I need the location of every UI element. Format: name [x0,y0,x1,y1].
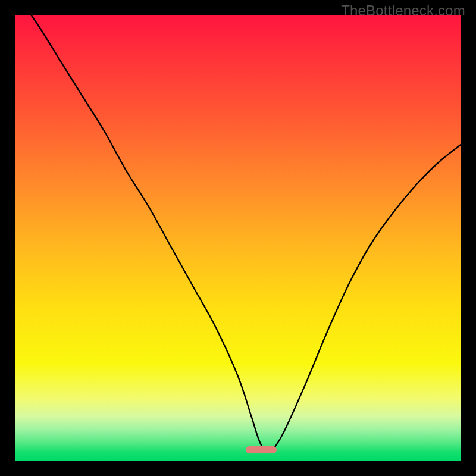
optimum-marker [246,446,277,453]
plot-area [15,15,461,461]
watermark-text: TheBottleneck.com [341,2,465,19]
chart-frame: TheBottleneck.com [0,0,476,476]
bottleneck-curve-svg [15,15,461,461]
bottleneck-curve-path [15,15,461,452]
